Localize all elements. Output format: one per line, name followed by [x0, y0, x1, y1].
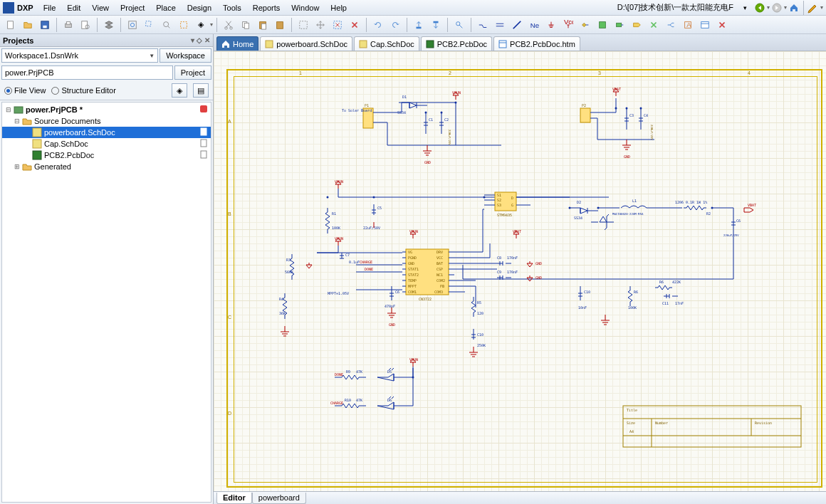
- tree-source-docs[interactable]: ⊟ Source Documents: [2, 115, 211, 127]
- project-tree[interactable]: ⊟ power.PrjPCB * ⊟ Source Documents powe…: [1, 102, 211, 503]
- panel-opt2-icon[interactable]: ▤: [193, 83, 209, 98]
- bus-icon[interactable]: [492, 17, 508, 33]
- sheet-icon[interactable]: [595, 17, 610, 33]
- marquee-icon[interactable]: [296, 17, 311, 33]
- block-leds: VSUN DONE R9 47K D5 CHARGE R10 47K: [330, 357, 418, 409]
- menu-help[interactable]: Help: [325, 2, 352, 14]
- svg-rect-59: [580, 108, 590, 122]
- tab-powerboard[interactable]: powerboard.SchDoc: [260, 36, 352, 51]
- tab-pcb2htm[interactable]: PCB2.PcbDoc.htm: [493, 36, 580, 51]
- menu-reports[interactable]: Reports: [247, 2, 286, 14]
- app-name[interactable]: DXP: [17, 4, 33, 12]
- browse-icon[interactable]: [697, 17, 713, 33]
- home-icon[interactable]: [788, 2, 800, 14]
- nav-back-icon[interactable]: [754, 2, 765, 14]
- new-icon[interactable]: [3, 17, 19, 33]
- print-icon[interactable]: [61, 17, 76, 33]
- tree-project-root[interactable]: ⊟ power.PrjPCB *: [2, 104, 211, 115]
- cut-icon[interactable]: [221, 17, 236, 33]
- redo-icon[interactable]: [387, 17, 403, 33]
- tab-pcb2[interactable]: PCB2.PcbDoc: [421, 36, 492, 51]
- svg-point-144: [597, 207, 600, 209]
- preview-icon[interactable]: [78, 17, 93, 33]
- bottom-tab-powerboard[interactable]: powerboard: [252, 493, 306, 504]
- svg-text:120: 120: [477, 311, 483, 315]
- sheetentry-icon[interactable]: [612, 17, 627, 33]
- zoom-sel-icon[interactable]: [159, 17, 174, 33]
- copy-icon[interactable]: [238, 17, 253, 33]
- svg-text:D: D: [511, 196, 513, 200]
- structure-editor-radio[interactable]: Structure Editor: [51, 86, 115, 95]
- menu-place[interactable]: Place: [150, 2, 182, 14]
- menu-file[interactable]: File: [38, 2, 62, 14]
- hierarchy-up-icon[interactable]: [411, 17, 427, 33]
- tree-doc-pcb2[interactable]: PCB2.PcbDoc: [2, 149, 211, 161]
- svg-text:C6: C6: [736, 219, 741, 223]
- delete-icon[interactable]: [714, 17, 730, 33]
- workspace-combo[interactable]: Workspace1.DsnWrk▼: [1, 48, 158, 63]
- panel-controls[interactable]: ▾ ◇ ✕: [191, 36, 210, 44]
- paste-icon[interactable]: [255, 17, 271, 33]
- project-button[interactable]: Project: [174, 65, 211, 80]
- block-input-solar: VSUN P1 To Solar Board D1 SS34 C1 C2 220…: [342, 90, 501, 164]
- save-icon[interactable]: [37, 17, 53, 33]
- svg-text:220uF/25V: 220uF/25V: [448, 130, 451, 145]
- harness-icon[interactable]: [663, 17, 679, 33]
- port-icon[interactable]: [629, 17, 644, 33]
- tree-doc-cap[interactable]: Cap.SchDoc: [2, 138, 211, 149]
- layers2-icon[interactable]: ◈: [193, 17, 209, 33]
- open-icon[interactable]: [20, 17, 36, 33]
- menu-design[interactable]: Design: [182, 2, 217, 14]
- wire-icon[interactable]: [475, 17, 491, 33]
- busentry-icon[interactable]: [509, 17, 525, 33]
- svg-text:R3: R3: [286, 258, 291, 262]
- tree-doc-powerboard[interactable]: powerboard.SchDoc: [2, 127, 211, 138]
- part-icon[interactable]: [577, 17, 593, 33]
- paste-special-icon[interactable]: [272, 17, 288, 33]
- menu-view[interactable]: View: [86, 2, 115, 14]
- noerc-icon[interactable]: [646, 17, 662, 33]
- svg-rect-156: [623, 406, 801, 447]
- svg-rect-37: [33, 140, 41, 148]
- tab-cap[interactable]: Cap.SchDoc: [354, 36, 419, 51]
- gnd-icon[interactable]: [543, 17, 559, 33]
- project-combo[interactable]: power.PrjPCB: [1, 65, 173, 80]
- hierarchy-down-icon[interactable]: [428, 17, 444, 33]
- netlabel-icon[interactable]: Net: [526, 17, 542, 33]
- menu-window[interactable]: Window: [286, 2, 325, 14]
- svg-text:C3: C3: [629, 113, 634, 117]
- svg-text:250K: 250K: [477, 343, 486, 347]
- title-block: Title Size Number Revision A4: [623, 406, 801, 447]
- pencil-icon[interactable]: [807, 2, 819, 14]
- workspace-button[interactable]: Workspace: [160, 48, 211, 63]
- zoom-fit-icon[interactable]: [125, 17, 140, 33]
- panel-opt1-icon[interactable]: ◈: [172, 83, 187, 98]
- menu-tools[interactable]: Tools: [217, 2, 247, 14]
- annotate-icon[interactable]: A: [680, 17, 696, 33]
- svg-text:R2: R2: [706, 211, 711, 216]
- deselect-icon[interactable]: [330, 17, 345, 33]
- vcc-icon[interactable]: Vcc: [560, 17, 576, 33]
- projects-panel-header[interactable]: Projects ▾ ◇ ✕: [0, 34, 213, 47]
- schematic-canvas[interactable]: 1 2 3 4 A B C D VSUN P1 To Solar Board: [214, 51, 826, 491]
- tab-home[interactable]: Home: [216, 36, 258, 51]
- crossprobe-icon[interactable]: [451, 17, 467, 33]
- select-icon[interactable]: [176, 17, 192, 33]
- svg-text:170nF: 170nF: [507, 270, 518, 274]
- layers-icon[interactable]: [101, 17, 117, 33]
- svg-text:36K: 36K: [279, 311, 286, 315]
- zoom-area-icon[interactable]: [142, 17, 157, 33]
- svg-point-66: [626, 107, 628, 110]
- tree-generated[interactable]: ⊞ Generated: [2, 161, 211, 172]
- nav-fwd-icon[interactable]: [771, 2, 783, 14]
- menu-project[interactable]: Project: [115, 2, 150, 14]
- bottom-tab-editor[interactable]: Editor: [216, 493, 252, 504]
- clear-icon[interactable]: [347, 17, 362, 33]
- file-view-radio[interactable]: File View: [4, 86, 46, 95]
- svg-text:MPPT=1.05V: MPPT=1.05V: [328, 291, 349, 295]
- undo-icon[interactable]: [370, 17, 386, 33]
- svg-rect-13: [181, 21, 187, 28]
- move-icon[interactable]: [313, 17, 328, 33]
- menu-edit[interactable]: Edit: [61, 2, 86, 14]
- svg-rect-44: [499, 41, 506, 48]
